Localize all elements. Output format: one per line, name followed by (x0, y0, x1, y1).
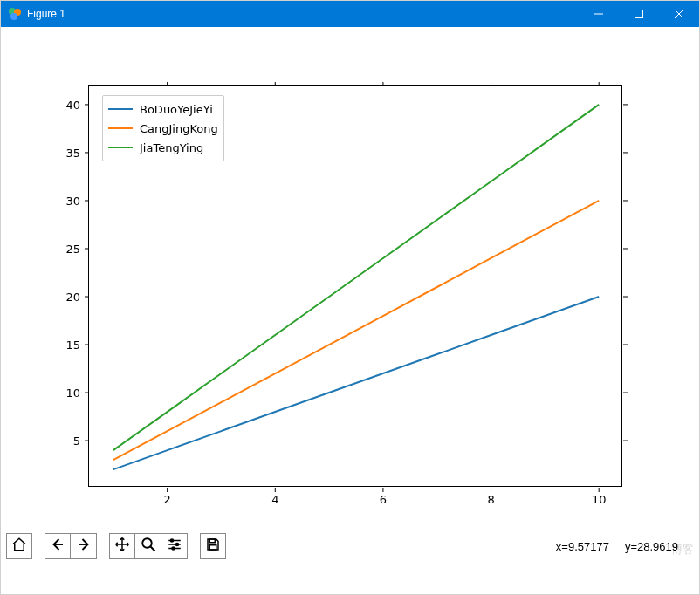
y-tick-label: 5 (73, 434, 80, 448)
save-button[interactable] (200, 533, 226, 559)
y-tick-label: 30 (65, 194, 80, 207)
svg-point-35 (142, 538, 152, 548)
forward-button[interactable] (71, 533, 97, 559)
back-button[interactable] (45, 533, 71, 559)
legend-entry: JiaTengYing (108, 138, 218, 157)
y-tick-label: 25 (65, 242, 80, 255)
y-tick-label: 15 (65, 339, 80, 352)
maximize-button[interactable] (619, 1, 659, 27)
series-line (113, 297, 599, 469)
legend: BoDuoYeJieYiCangJingKongJiaTengYing (102, 95, 224, 161)
series-line (113, 201, 599, 460)
window-titlebar: Figure 1 (1, 1, 699, 27)
svg-rect-43 (209, 539, 215, 543)
y-tick-label: 20 (65, 291, 80, 304)
x-tick-label: 10 (592, 493, 607, 506)
save-icon (205, 537, 221, 556)
svg-rect-44 (209, 545, 216, 550)
nav-toolbar: x=9.57177 y=28.9619 (1, 530, 699, 563)
axes: BoDuoYeJieYiCangJingKongJiaTengYing 2468… (88, 85, 622, 487)
legend-swatch-icon (108, 108, 133, 110)
zoom-button[interactable] (135, 533, 161, 559)
move-icon (114, 537, 130, 556)
legend-entry: BoDuoYeJieYi (108, 99, 218, 119)
cursor-y: y=28.9619 (625, 540, 678, 553)
svg-rect-4 (635, 10, 643, 18)
sliders-icon (167, 537, 182, 556)
y-tick-label: 40 (65, 98, 80, 111)
home-icon (11, 537, 27, 556)
y-tick-label: 10 (65, 386, 80, 400)
legend-label: CangJingKong (140, 122, 218, 135)
minimize-button[interactable] (579, 1, 619, 27)
x-tick-label: 6 (380, 493, 387, 506)
legend-entry: CangJingKong (108, 119, 218, 138)
home-button[interactable] (6, 533, 32, 559)
app-icon (8, 7, 22, 21)
legend-swatch-icon (108, 127, 133, 129)
svg-point-42 (172, 547, 175, 550)
svg-line-36 (150, 546, 154, 551)
window-title: Figure 1 (27, 8, 65, 20)
pan-button[interactable] (109, 533, 135, 559)
legend-swatch-icon (108, 147, 133, 148)
x-tick-label: 4 (271, 493, 278, 506)
y-tick-label: 35 (65, 146, 80, 159)
configure-button[interactable] (161, 533, 188, 559)
zoom-icon (141, 537, 156, 556)
x-tick-label: 2 (163, 493, 170, 506)
legend-label: JiaTengYing (140, 141, 203, 154)
close-button[interactable] (659, 1, 699, 27)
svg-point-41 (175, 544, 178, 546)
figure-canvas[interactable]: BoDuoYeJieYiCangJingKongJiaTengYing 2468… (1, 27, 699, 563)
svg-point-40 (170, 539, 173, 542)
x-tick-label: 8 (487, 493, 494, 506)
arrow-left-icon (50, 537, 65, 556)
svg-point-2 (10, 13, 17, 20)
legend-label: BoDuoYeJieYi (140, 103, 213, 116)
cursor-x: x=9.57177 (556, 540, 609, 553)
arrow-right-icon (76, 537, 92, 556)
